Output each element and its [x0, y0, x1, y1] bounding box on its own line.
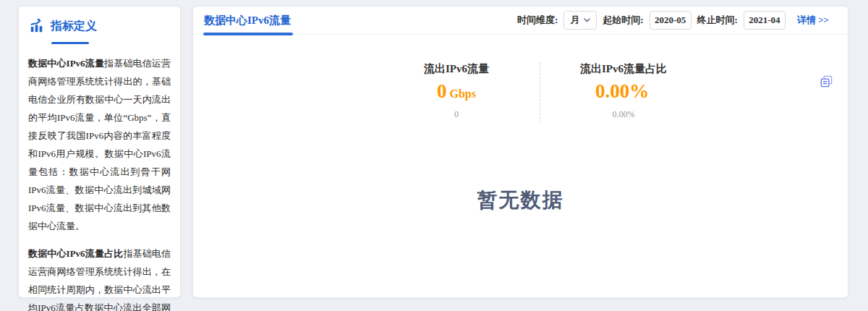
stat-outflow-ratio: 流出IPv6流量占比 0.00% 0.00% [566, 62, 681, 120]
time-dimension-label: 时间维度: [517, 14, 558, 27]
tab-datacenter-ipv6-traffic[interactable]: 数据中心IPv6流量 [204, 7, 291, 35]
stat-value: 0Gbps [399, 81, 514, 104]
stat-label: 流出IPv6流量 [399, 62, 514, 76]
title-underline-bar [51, 42, 89, 44]
stats-row: 流出IPv6流量 0Gbps 0 流出IPv6流量占比 0.00% 0.00% [213, 62, 867, 123]
end-time-input[interactable] [744, 11, 786, 30]
time-dimension-value: 月 [571, 14, 580, 27]
start-time-label: 起始时间: [603, 14, 643, 27]
definition-paragraph-traffic: 数据中心IPv6流量指基础电信运营商网络管理系统统计得出的，基础电信企业所有数据… [28, 54, 171, 235]
definition-text: 指基础电信运营商网络管理系统统计得出的，基础电信企业所有数据中心一天内流出的平均… [28, 58, 171, 231]
definition-body: 数据中心IPv6流量指基础电信运营商网络管理系统统计得出的，基础电信企业所有数据… [28, 54, 171, 311]
stat-number: 0 [437, 80, 447, 102]
stat-outflow-traffic: 流出IPv6流量 0Gbps 0 [399, 62, 514, 120]
chart-area: 流出IPv6流量 0Gbps 0 流出IPv6流量占比 0.00% 0.00% … [193, 62, 848, 311]
bar-chart-trend-icon [29, 18, 45, 34]
stats-divider [540, 62, 540, 123]
page: 指标定义 数据中心IPv6流量指基础电信运营商网络管理系统统计得出的，基础电信企… [0, 0, 868, 311]
stat-label: 流出IPv6流量占比 [566, 62, 681, 76]
stat-value: 0.00% [566, 81, 681, 104]
definition-paragraph-ratio: 数据中心IPv6流量占比指基础电信运营商网络管理系统统计得出，在相同统计周期内，… [28, 244, 171, 311]
end-time-label: 终止时间: [697, 14, 738, 27]
definition-term: 数据中心IPv6流量 [28, 58, 104, 69]
detail-link[interactable]: 详情 >> [797, 14, 829, 27]
empty-data-text: 暂无数据 [193, 187, 848, 214]
definition-header: 指标定义 [28, 18, 171, 34]
stat-unit: Gbps [450, 88, 476, 100]
chevron-down-icon [584, 18, 590, 22]
time-controls: 时间维度: 月 起始时间: 终止时间: 详情 >> [517, 11, 829, 30]
stat-number: 0.00% [595, 80, 649, 102]
time-dimension-select[interactable]: 月 [563, 11, 597, 30]
stat-subvalue: 0 [399, 109, 514, 120]
tab-bar: 数据中心IPv6流量 时间维度: 月 起始时间: 终止时间: 详情 >> [193, 7, 848, 35]
stat-subvalue: 0.00% [566, 109, 681, 120]
traffic-panel: 数据中心IPv6流量 时间维度: 月 起始时间: 终止时间: 详情 >> [192, 6, 848, 298]
definition-term: 数据中心IPv6流量占比 [28, 248, 123, 259]
definition-panel: 指标定义 数据中心IPv6流量指基础电信运营商网络管理系统统计得出的，基础电信企… [18, 6, 181, 298]
start-time-input[interactable] [650, 11, 692, 30]
definition-title: 指标定义 [51, 19, 97, 34]
